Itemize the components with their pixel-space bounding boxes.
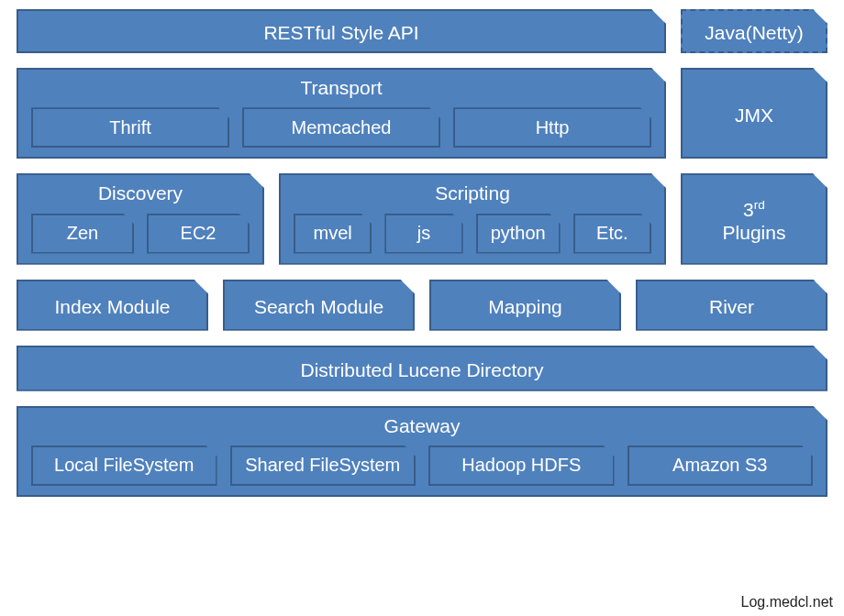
box-local-fs: Local FileSystem: [31, 446, 217, 486]
box-thrift: Thrift: [31, 107, 229, 148]
box-discovery: Discovery Zen EC2: [17, 173, 264, 264]
scripting-children: mvel js python Etc.: [281, 208, 664, 263]
row-gateway: Gateway Local FileSystem Shared FileSyst…: [17, 406, 827, 497]
box-third-plugins: 3rd Plugins: [681, 173, 827, 264]
box-index-module: Index Module: [17, 280, 208, 331]
transport-children: Thrift Memcached Http: [18, 102, 664, 157]
discovery-children: Zen EC2: [18, 208, 262, 263]
box-etc: Etc.: [573, 214, 651, 254]
box-amazon-s3: Amazon S3: [627, 446, 814, 486]
box-shared-fs: Shared FileSystem: [230, 446, 416, 486]
plugins-3: 3: [743, 199, 754, 220]
label-jmx: JMX: [726, 97, 783, 129]
box-scripting: Scripting mvel js python Etc.: [279, 173, 666, 264]
label-restful-api: RESTful Style API: [254, 15, 428, 47]
footer-credit: Log.medcl.net: [740, 594, 833, 610]
architecture-diagram: RESTful Style API Java(Netty) Transport …: [17, 9, 827, 497]
row-api: RESTful Style API Java(Netty): [17, 9, 827, 53]
label-index-module: Index Module: [45, 289, 179, 321]
label-gateway: Gateway: [375, 408, 470, 440]
row-lucene: Distributed Lucene Directory: [17, 346, 827, 391]
box-transport: Transport Thrift Memcached Http: [17, 68, 666, 159]
box-ec2: EC2: [147, 214, 250, 254]
box-mapping: Mapping: [429, 280, 621, 331]
box-python: python: [476, 214, 561, 254]
label-transport: Transport: [291, 70, 391, 102]
plugins-rd: rd: [754, 198, 765, 212]
label-java-netty: Java(Netty): [695, 15, 812, 47]
box-gateway: Gateway Local FileSystem Shared FileSyst…: [17, 406, 827, 497]
box-lucene-directory: Distributed Lucene Directory: [17, 346, 827, 391]
label-search-module: Search Module: [245, 289, 393, 321]
box-search-module: Search Module: [223, 280, 415, 331]
label-third-plugins: 3rd Plugins: [714, 192, 795, 246]
box-restful-api: RESTful Style API: [17, 9, 666, 53]
box-mvel: mvel: [294, 214, 372, 254]
box-hadoop-hdfs: Hadoop HDFS: [428, 446, 615, 486]
box-js: js: [384, 214, 462, 254]
row-transport: Transport Thrift Memcached Http JMX: [17, 68, 827, 159]
plugins-word: Plugins: [723, 222, 786, 243]
box-zen: Zen: [31, 214, 134, 254]
box-river: River: [636, 280, 827, 331]
label-scripting: Scripting: [426, 175, 519, 207]
box-http: Http: [453, 107, 651, 148]
label-discovery: Discovery: [89, 175, 192, 207]
label-mapping: Mapping: [479, 289, 572, 321]
row-modules: Index Module Search Module Mapping River: [17, 280, 827, 331]
gateway-children: Local FileSystem Shared FileSystem Hadoo…: [18, 440, 826, 495]
label-lucene-directory: Distributed Lucene Directory: [292, 352, 553, 384]
box-jmx: JMX: [681, 68, 827, 159]
label-river: River: [700, 289, 763, 321]
row-discovery-scripting: Discovery Zen EC2 Scripting mvel js pyth…: [17, 173, 827, 264]
box-memcached: Memcached: [242, 107, 440, 148]
box-java-netty: Java(Netty): [681, 9, 827, 53]
